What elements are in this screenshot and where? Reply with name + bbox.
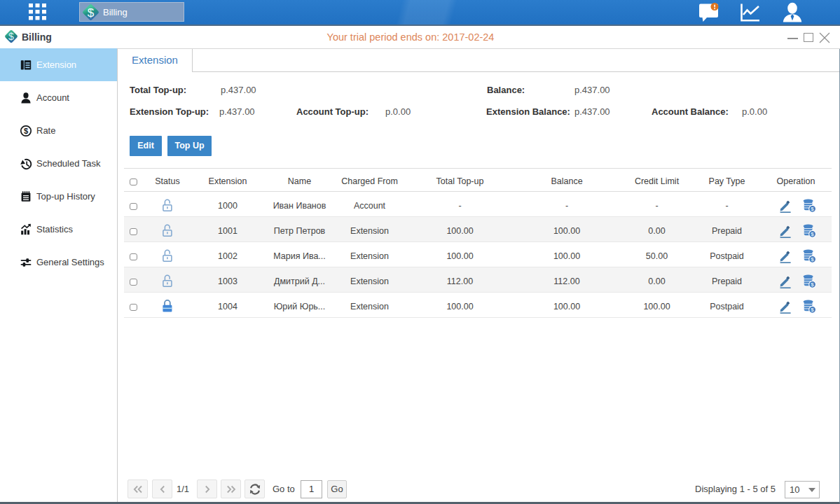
svg-text:$: $ (811, 231, 814, 237)
svg-text:$: $ (811, 281, 814, 288)
svg-text:$: $ (24, 127, 28, 135)
svg-text:$: $ (88, 6, 95, 20)
svg-text:$: $ (811, 256, 814, 262)
svg-text:$: $ (811, 206, 814, 212)
svg-text:$: $ (811, 307, 814, 313)
